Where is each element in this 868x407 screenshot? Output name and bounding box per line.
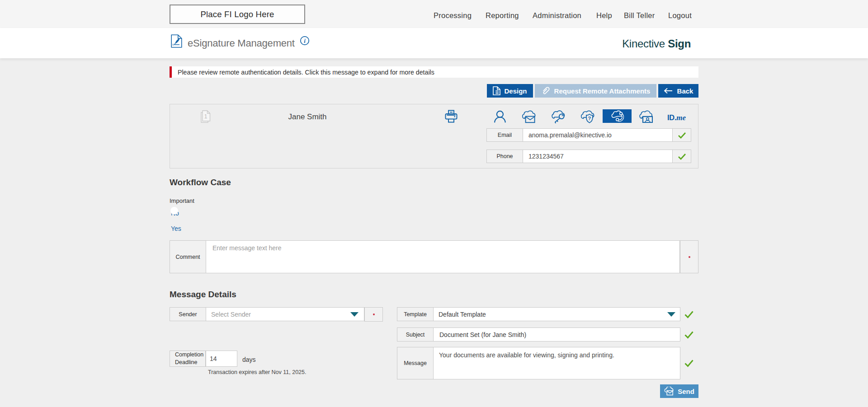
svg-text:i: i	[304, 37, 306, 44]
svg-text:1: 1	[204, 113, 208, 120]
svg-text:x: x	[172, 43, 174, 46]
svg-text:?: ?	[588, 116, 591, 121]
